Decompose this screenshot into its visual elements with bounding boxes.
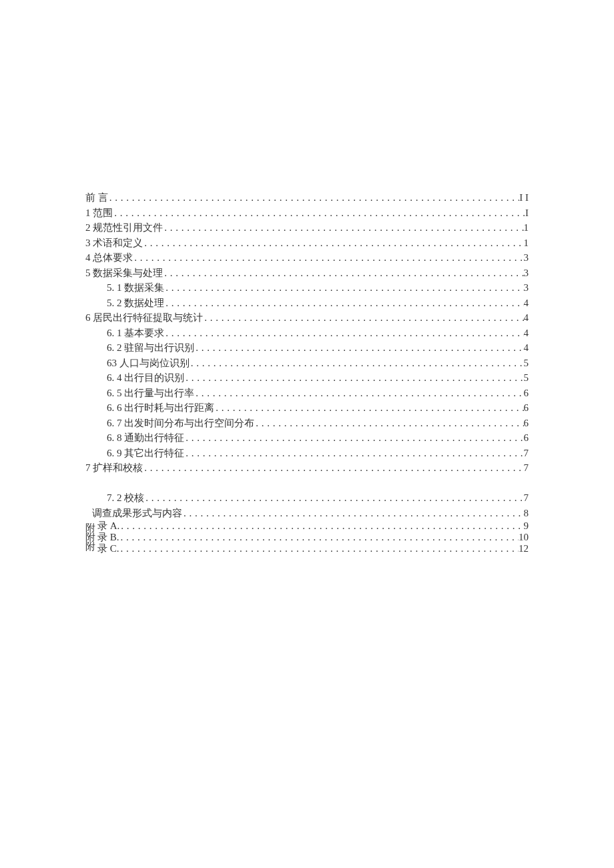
toc-label: 7 扩样和校核 [85,460,143,476]
toc-entry: 6. 8 通勤出行特征 6 [85,430,529,446]
toc-page: 7 [524,490,529,506]
toc-page: 1 [524,236,529,251]
toc-page: 7 [524,446,529,461]
toc-entry: 6. 4 出行目的识别 5 [85,370,529,386]
appendix-block: 附 附 附 录 A. 9 录 B. 10 录 C. 12 [85,520,529,555]
toc-label: 2 规范性引用文件 [85,220,163,236]
toc-entry: 6. 9 其它出行特征 7 [85,446,529,461]
toc-leader [194,386,523,401]
appendix-prefix-char: 附 [85,542,95,551]
toc-label: 1 范围 [85,205,113,221]
toc-leader [214,400,523,416]
toc-leader [113,205,525,221]
toc-entry: 6 居民出行特征提取与统计 4 [85,310,529,326]
toc-entry: 录 A. 9 [97,520,529,532]
toc-label: 63 人口与岗位识别 [107,356,190,371]
toc-leader [108,190,520,205]
toc-page: 5 [524,370,529,386]
toc-entry: 5 数据采集与处理 3 [85,266,529,281]
toc-label: 5 数据采集与处理 [85,266,163,281]
toc-leader [184,370,523,386]
toc-leader [164,326,523,341]
toc-entry: 6. 1 基本要求 4 [85,326,529,341]
toc-leader [119,543,519,554]
toc-label: 5. 1 数据采集 [107,280,164,296]
toc-label: 录 B. [97,532,119,543]
toc-entry: 63 人口与岗位识别 5 [85,356,529,371]
toc-label: 7. 2 校核 [107,490,144,506]
toc-gap [85,476,529,491]
toc-page: 5 [524,356,529,371]
toc-entry: 1 范围 I [85,205,529,221]
toc-page: 6 [524,416,529,431]
toc-entry: 2 规范性引用文件 1 [85,220,529,236]
toc-entry: 6. 5 出行量与出行率 6 [85,386,529,401]
toc-label: 6 居民出行特征提取与统计 [85,310,203,326]
toc-entry: 4 总体要求 3 [85,250,529,266]
toc-entry: 5. 1 数据采集 3 [85,280,529,296]
toc-page: 6 [524,386,529,401]
toc-page: 12 [519,543,529,554]
toc-leader [119,520,523,532]
toc-label: 6. 7 出发时间分布与出行空间分布 [107,416,254,431]
toc-label: 3 术语和定义 [85,236,143,251]
toc-entry: 前 言 I I [85,190,529,205]
toc-leader [182,506,524,521]
toc-leader [163,220,523,236]
toc-leader [164,296,523,311]
toc-label: 录 C. [97,543,119,554]
toc-page: 9 [524,520,529,532]
toc-entry: 7. 2 校核 7 [85,490,529,506]
toc-label: 6. 1 基本要求 [107,326,164,341]
toc-label: 6. 2 驻留与出行识别 [107,340,194,356]
toc-entry: 5. 2 数据处理 4 [85,296,529,311]
toc-label: 6. 5 出行量与出行率 [107,386,194,401]
toc-label: 6. 4 出行目的识别 [107,370,184,386]
toc-page: 3 [524,250,529,266]
toc-label: 5. 2 数据处理 [107,296,164,311]
toc-leader [190,356,524,371]
toc-page: 3 [524,280,529,296]
toc-entry: 3 术语和定义 1 [85,236,529,251]
table-of-contents: 前 言 I I 1 范围 I 2 规范性引用文件 1 3 术语和定义 1 4 总… [85,190,529,555]
toc-page: I [525,205,529,221]
toc-page: 4 [524,326,529,341]
toc-label: 4 总体要求 [85,250,133,266]
toc-leader [254,416,523,431]
toc-leader [184,446,523,461]
toc-leader [143,460,523,476]
toc-page: 4 [524,340,529,356]
toc-page: 4 [524,310,529,326]
appendix-lines: 录 A. 9 录 B. 10 录 C. 12 [97,520,529,554]
toc-leader [144,490,523,506]
toc-entry: 6. 2 驻留与出行识别 4 [85,340,529,356]
toc-leader [163,266,523,281]
toc-label: 录 A. [97,520,119,532]
toc-page: 6 [524,430,529,446]
toc-page: 8 [524,506,529,521]
toc-label: 6. 8 通勤出行特征 [107,430,184,446]
toc-entry: 调查成果形式与内容 8 [85,506,529,521]
toc-entry: 6. 7 出发时间分布与出行空间分布 6 [85,416,529,431]
toc-entry: 7 扩样和校核 7 [85,460,529,476]
toc-entry: 录 B. 10 [97,532,529,543]
toc-label: 调查成果形式与内容 [92,506,182,521]
toc-label: 6. 9 其它出行特征 [107,446,184,461]
toc-leader [164,280,523,296]
toc-leader [184,430,523,446]
toc-label: 6. 6 出行时耗与出行距离 [107,400,214,416]
toc-page: 1 [524,220,529,236]
toc-leader [203,310,523,326]
toc-page: 6 [524,400,529,416]
toc-entry: 6. 6 出行时耗与出行距离 6 [85,400,529,416]
toc-entry: 录 C. 12 [97,543,529,554]
toc-label: 前 言 [85,190,108,205]
appendix-prefix-char: 附 [85,523,95,532]
toc-page: 10 [519,532,529,543]
appendix-prefix-char: 附 [85,532,95,542]
toc-leader [133,250,523,266]
toc-leader [119,532,519,543]
toc-page: 3 [524,266,529,281]
toc-leader [143,236,523,251]
toc-page: I I [519,190,529,205]
